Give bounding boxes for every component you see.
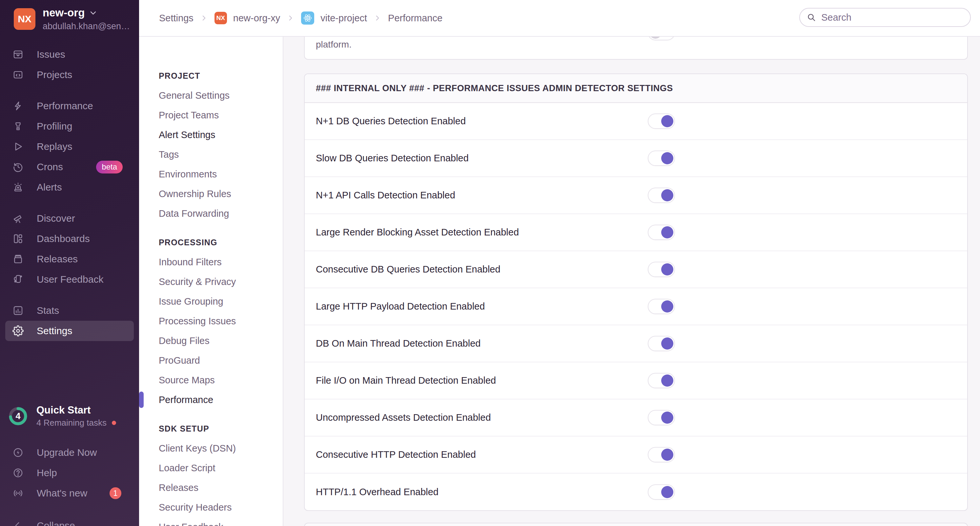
setting-toggle[interactable] [648, 188, 675, 203]
chevron-left-icon [13, 520, 24, 526]
toggle-knob [661, 337, 673, 350]
help-icon [13, 467, 24, 478]
sidebar-item-label: Profiling [37, 121, 72, 132]
setting-row: Slow DB Queries Detection Enabled [305, 140, 967, 177]
chevron-right-icon [200, 14, 208, 22]
sidebar-item[interactable]: Issues [5, 44, 134, 65]
stats-icon [13, 305, 24, 316]
subnav-item[interactable]: Security Headers [139, 497, 283, 517]
count-badge: 1 [110, 487, 121, 499]
subnav-item[interactable]: Releases [139, 478, 283, 497]
setting-toggle[interactable] [648, 447, 675, 462]
subnav-item[interactable]: Performance [139, 390, 283, 410]
chevron-right-icon [373, 14, 382, 22]
subnav-item[interactable]: ProGuard [139, 351, 283, 370]
subnav-item-label: Releases [159, 482, 199, 493]
subnav-item: PROJECT [139, 66, 283, 86]
react-logo-icon [301, 11, 314, 25]
sidebar-item[interactable]: Projects [5, 65, 134, 85]
sidebar-item[interactable]: Profiling [5, 116, 134, 137]
subnav-item-label: Source Maps [159, 375, 215, 386]
sidebar-item[interactable]: Dashboards [5, 229, 134, 249]
sidebar-item[interactable]: Replays [5, 137, 134, 157]
sidebar-item[interactable]: Performance [5, 96, 134, 116]
sidebar-item[interactable]: Discover [5, 208, 134, 229]
breadcrumb-settings[interactable]: Settings [159, 13, 194, 24]
search-box[interactable] [799, 8, 971, 27]
sidebar-item-label: Issues [37, 49, 65, 60]
setting-toggle[interactable] [648, 262, 675, 277]
sidebar-item-label: User Feedback [37, 274, 103, 285]
setting-label: Consecutive HTTP Detection Enabled [316, 449, 476, 460]
org-switcher[interactable]: NX new-org abdullah.khan@sen… [14, 6, 130, 32]
scrolled-setting-card: platform. [304, 37, 968, 60]
subnav-item[interactable]: Inbound Filters [139, 252, 283, 272]
subnav-item[interactable]: Issue Grouping [139, 292, 283, 311]
subnav-item-label: Client Keys (DSN) [159, 443, 236, 454]
sidebar-item[interactable]: Releases [5, 249, 134, 269]
subnav-item[interactable]: Client Keys (DSN) [139, 439, 283, 458]
setting-toggle[interactable] [648, 299, 675, 314]
subnav-item[interactable]: Source Maps [139, 370, 283, 390]
subnav-item[interactable]: Data Forwarding [139, 203, 283, 223]
setting-label: Uncompressed Assets Detection Enabled [316, 412, 491, 423]
breadcrumb-org[interactable]: new-org-xy [233, 13, 280, 24]
chevron-right-icon [286, 14, 295, 22]
breadcrumb: Settings NX new-org-xy vite-project Perf… [159, 0, 442, 36]
setting-toggle[interactable] [648, 373, 675, 388]
sidebar-footer-item[interactable]: Help [5, 463, 134, 483]
setting-toggle[interactable] [648, 151, 675, 166]
subnav-item[interactable]: User Feedback [139, 517, 283, 526]
sidebar-item-label: Performance [37, 100, 93, 111]
search-input[interactable] [821, 12, 964, 23]
setting-toggle[interactable] [648, 336, 675, 351]
quick-start[interactable]: 4 Quick Start 4 Remaining tasks [8, 404, 116, 428]
sidebar-item-label: Replays [37, 141, 72, 152]
subnav-item[interactable]: Project Teams [139, 105, 283, 125]
sidebar-item-label: Projects [37, 69, 72, 80]
setting-row: N+1 DB Queries Detection Enabled [305, 103, 967, 140]
setting-toggle[interactable] [648, 484, 675, 500]
org-name: new-org [43, 6, 84, 19]
sidebar-footer-item-label: What's new [37, 488, 87, 499]
setting-label: DB On Main Thread Detection Enabled [316, 338, 480, 349]
subnav-item-label: SDK SETUP [159, 424, 209, 434]
breadcrumb-project[interactable]: vite-project [320, 13, 367, 24]
subnav-item: SDK SETUP [139, 419, 283, 439]
sidebar-item[interactable]: Crons beta [5, 157, 134, 177]
quick-start-progress-ring: 4 [8, 406, 28, 426]
sidebar-footer-item[interactable]: Upgrade Now [5, 442, 134, 463]
sidebar-item[interactable]: Alerts [5, 177, 134, 197]
subnav-item[interactable]: Alert Settings [139, 125, 283, 145]
setting-toggle[interactable] [648, 113, 675, 129]
subnav-item[interactable]: Tags [139, 145, 283, 164]
setting-row: Uncompressed Assets Detection Enabled [305, 399, 967, 437]
subnav-item-label: Project Teams [159, 110, 219, 121]
org-email: abdullah.khan@sen… [43, 21, 130, 32]
subnav-item[interactable]: General Settings [139, 86, 283, 105]
quick-start-subtitle: 4 Remaining tasks [37, 418, 107, 428]
setting-toggle[interactable] [648, 410, 675, 425]
sidebar-item[interactable]: Stats [5, 300, 134, 321]
subnav-item[interactable]: Debug Files [139, 331, 283, 351]
subnav-item[interactable]: Loader Script [139, 458, 283, 478]
settings-icon [13, 325, 24, 337]
subnav-item[interactable]: Environments [139, 164, 283, 184]
next-panel-edge [304, 523, 968, 526]
beta-badge: beta [96, 161, 123, 173]
subnav-item-label: Debug Files [159, 335, 210, 346]
sidebar-item[interactable]: User Feedback [5, 269, 134, 289]
subnav-item[interactable]: Security & Privacy [139, 272, 283, 292]
setting-toggle[interactable] [648, 225, 675, 240]
subnav-item[interactable]: Ownership Rules [139, 184, 283, 203]
sidebar-collapse-button[interactable]: Collapse [5, 515, 134, 526]
org-avatar-initials: NX [18, 13, 32, 25]
chevron-down-icon [89, 8, 98, 17]
sidebar-item[interactable]: Settings [5, 321, 134, 341]
setting-row: HTTP/1.1 Overhead Enabled [305, 474, 967, 510]
sidebar-footer-item[interactable]: What's new 1 [5, 483, 134, 504]
setting-label: Large HTTP Payload Detection Enabled [316, 301, 485, 312]
subnav-item[interactable]: Processing Issues [139, 311, 283, 331]
settings-content: platform. ### INTERNAL ONLY ### - PERFOR… [283, 37, 980, 526]
sidebar-item-label: Releases [37, 253, 78, 265]
